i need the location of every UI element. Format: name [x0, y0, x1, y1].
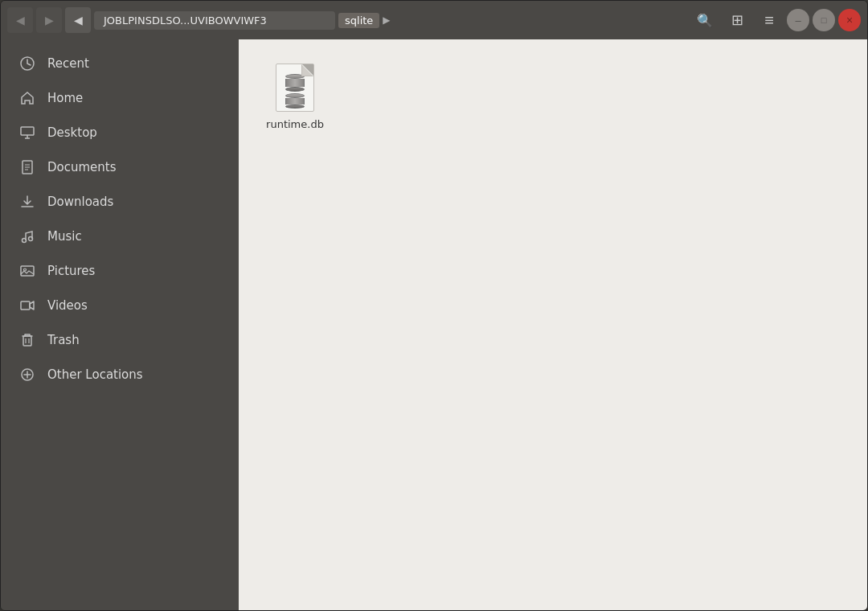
sidebar-item-videos[interactable]: Videos [6, 289, 234, 322]
up-icon: ◀ [74, 14, 83, 27]
sidebar-item-trash[interactable]: Trash [6, 323, 234, 357]
titlebar: ◀ ▶ ◀ JOBLPINSDLSO...UVIBOWVIWF3 sqlite … [1, 1, 867, 39]
view-grid-icon: ⊞ [731, 11, 743, 29]
sidebar-item-music[interactable]: Music [6, 219, 234, 253]
search-button[interactable]: 🔍 [690, 7, 719, 33]
breadcrumb: JOBLPINSDLSO...UVIBOWVIWF3 [94, 11, 335, 30]
sidebar-item-downloads[interactable]: Downloads [6, 185, 234, 219]
other-locations-icon [18, 366, 36, 383]
back-button[interactable]: ◀ [7, 7, 33, 33]
videos-icon [18, 297, 36, 314]
db-file-icon [272, 62, 317, 113]
sidebar-item-recent[interactable]: Recent [6, 47, 234, 80]
sidebar-item-label-desktop: Desktop [47, 125, 97, 140]
sidebar-item-label-trash: Trash [47, 333, 80, 347]
maximize-button[interactable]: □ [813, 9, 835, 31]
recent-icon [18, 55, 36, 72]
sidebar-item-label-videos: Videos [47, 298, 88, 313]
svg-point-7 [29, 237, 33, 241]
breadcrumb-chevron: ▶ [383, 14, 390, 26]
pictures-icon [18, 262, 36, 280]
file-item-runtime-db[interactable]: runtime.db [255, 55, 335, 137]
file-manager-window: ◀ ▶ ◀ JOBLPINSDLSO...UVIBOWVIWF3 sqlite … [0, 0, 868, 611]
sidebar-item-label-home: Home [47, 91, 83, 105]
svg-rect-10 [21, 301, 30, 310]
home-icon [18, 89, 36, 107]
sidebar-item-documents[interactable]: Documents [6, 150, 234, 184]
svg-rect-1 [21, 127, 34, 135]
sidebar: Recent Home Desktop [1, 39, 239, 610]
minimize-icon: – [795, 14, 800, 27]
sidebar-item-other-locations[interactable]: Other Locations [6, 358, 234, 392]
up-button[interactable]: ◀ [65, 7, 91, 33]
music-icon [18, 228, 36, 245]
svg-rect-8 [21, 266, 34, 276]
sidebar-item-desktop[interactable]: Desktop [6, 116, 234, 150]
downloads-icon [18, 193, 36, 211]
minimize-button[interactable]: – [787, 9, 809, 31]
search-icon: 🔍 [697, 13, 713, 28]
svg-point-6 [23, 239, 27, 243]
documents-icon [18, 158, 36, 176]
forward-button[interactable]: ▶ [36, 7, 62, 33]
menu-button[interactable]: ≡ [755, 7, 784, 33]
sidebar-item-label-other-locations: Other Locations [47, 367, 143, 382]
forward-icon: ▶ [45, 14, 54, 27]
breadcrumb-path-text: JOBLPINSDLSO...UVIBOWVIWF3 [104, 14, 267, 27]
file-area: runtime.db [239, 39, 867, 610]
maximize-icon: □ [821, 15, 827, 25]
sidebar-item-label-pictures: Pictures [47, 264, 95, 278]
close-icon: × [846, 14, 853, 27]
sidebar-item-label-documents: Documents [47, 160, 117, 174]
content-area: Recent Home Desktop [1, 39, 867, 610]
close-button[interactable]: × [838, 9, 861, 31]
sidebar-item-label-downloads: Downloads [47, 195, 113, 209]
file-name-runtime-db: runtime.db [266, 118, 324, 130]
view-toggle-button[interactable]: ⊞ [723, 7, 751, 33]
sidebar-item-pictures[interactable]: Pictures [6, 254, 234, 288]
trash-icon [18, 331, 36, 349]
svg-rect-11 [23, 336, 31, 346]
sidebar-item-label-music: Music [47, 229, 82, 244]
back-icon: ◀ [16, 14, 25, 27]
hamburger-icon: ≡ [764, 11, 774, 30]
desktop-icon [18, 124, 36, 141]
active-breadcrumb-segment[interactable]: sqlite [338, 13, 379, 28]
sidebar-item-label-recent: Recent [47, 56, 89, 71]
sidebar-item-home[interactable]: Home [6, 81, 234, 115]
